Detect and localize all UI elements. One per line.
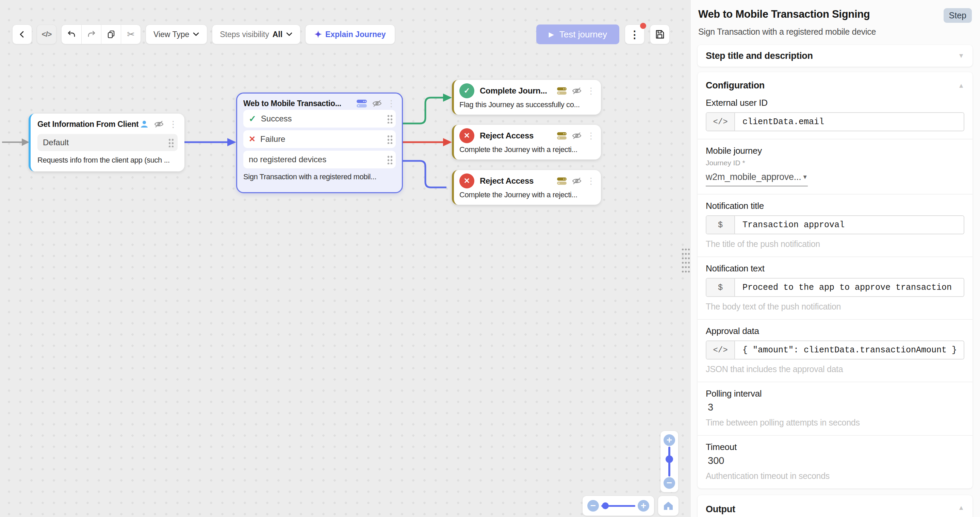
branch-no-registered-devices[interactable]: no registered devices: [243, 151, 396, 168]
undo-icon: [67, 30, 76, 39]
cut-button[interactable]: ✂: [121, 25, 140, 44]
node-title: Reject Access: [480, 131, 533, 141]
field-notification-text: Notification text $ Proceed to the app t…: [698, 257, 972, 319]
node-description: Complete the Journey with a rejecti...: [460, 190, 595, 199]
scissors-icon: ✂: [127, 29, 135, 40]
section-output[interactable]: Output ▲: [698, 495, 972, 517]
redo-button[interactable]: [81, 25, 101, 44]
canvas-toolbar-right: ▶ Test journey ⋮: [536, 24, 670, 44]
node-title: Web to Mobile Transactio...: [243, 99, 341, 108]
field-mobile-journey: Mobile journey Journey ID * w2m_mobile_a…: [698, 139, 972, 194]
explain-journey-button[interactable]: ✦ Explain Journey: [305, 24, 395, 44]
node-description: Complete the Journey with a rejecti...: [460, 145, 595, 154]
journey-id-select[interactable]: w2m_mobile_approve... ▼: [706, 169, 808, 186]
copy-button[interactable]: [101, 25, 121, 44]
section-step-title-and-description[interactable]: Step title and description ▼: [698, 45, 972, 67]
steps-visibility-label: Steps visibility: [220, 30, 269, 39]
error-circle-icon: ✕: [460, 173, 474, 189]
node-get-information-from-client[interactable]: Get Information From Client ⋮ Default Re…: [29, 114, 185, 171]
eye-off-icon[interactable]: [572, 176, 582, 186]
notification-text-input[interactable]: $ Proceed to the app to approve transact…: [706, 278, 964, 297]
horizontal-zoom-control: − +: [582, 496, 654, 515]
node-menu-icon[interactable]: ⋮: [587, 131, 595, 140]
back-button[interactable]: [12, 24, 32, 44]
timeout-value[interactable]: 300: [706, 455, 964, 466]
field-polling-interval: Polling interval 3 Time between polling …: [698, 382, 972, 435]
view-type-label: View Type: [153, 30, 189, 39]
zoom-slider-thumb[interactable]: [602, 503, 609, 509]
notification-title-input[interactable]: $ Transaction approval: [706, 215, 964, 234]
dollar-prefix-icon: $: [706, 216, 735, 234]
steps-visibility-dropdown[interactable]: Steps visibility All: [212, 24, 301, 44]
field-timeout: Timeout 300 Authentication timeout in se…: [698, 435, 972, 488]
redo-icon: [87, 30, 96, 39]
panel-resize-handle[interactable]: [681, 247, 690, 274]
node-title: Reject Access: [480, 176, 533, 186]
field-notification-title: Notification title $ Transaction approva…: [698, 194, 972, 257]
view-type-dropdown[interactable]: View Type: [146, 24, 207, 44]
toggles-icon: [557, 86, 567, 95]
drag-handle[interactable]: [387, 114, 392, 124]
zoom-out-button[interactable]: −: [663, 477, 675, 489]
branch-label: Failure: [260, 134, 285, 144]
person-icon: [140, 119, 149, 129]
collapse-up-icon[interactable]: ▲: [958, 504, 964, 512]
node-menu-icon[interactable]: ⋮: [169, 120, 178, 128]
field-approval-data: Approval data </> { "amount": clientData…: [698, 319, 972, 382]
field-help: The title of the push notification: [706, 239, 964, 249]
branch-label: Success: [261, 114, 292, 124]
node-description: Flag this Journey as successfully co...: [460, 100, 595, 109]
canvas-toolbar: </> ✂ View Type Steps visibility All: [12, 24, 395, 44]
field-help: The body text of the push notification: [706, 302, 964, 312]
test-journey-label: Test journey: [559, 29, 607, 40]
step-type-badge: Step: [943, 8, 972, 23]
save-button[interactable]: [650, 24, 670, 44]
more-menu-button[interactable]: ⋮: [625, 24, 644, 44]
eye-off-icon[interactable]: [372, 98, 382, 108]
collapse-up-icon[interactable]: ▲: [958, 82, 964, 89]
drag-handle[interactable]: [387, 155, 392, 164]
zoom-slider[interactable]: [668, 447, 670, 477]
node-menu-icon[interactable]: ⋮: [387, 99, 396, 108]
test-journey-button[interactable]: ▶ Test journey: [536, 24, 619, 44]
node-web-to-mobile-transaction[interactable]: Web to Mobile Transactio... ⋮ ✓ Success …: [236, 92, 403, 193]
node-menu-icon[interactable]: ⋮: [587, 86, 595, 95]
zoom-in-button[interactable]: +: [638, 500, 649, 512]
drag-handle[interactable]: [387, 134, 392, 144]
approval-data-input[interactable]: </> { "amount": clientData.transactionAm…: [706, 341, 964, 360]
zoom-slider-thumb[interactable]: [666, 455, 673, 463]
zoom-out-button[interactable]: −: [587, 500, 599, 512]
toggles-icon: [557, 176, 567, 186]
branch-success[interactable]: ✓ Success: [243, 110, 396, 128]
node-reject-access-2[interactable]: ✕ Reject Access ⋮ Complete the Journey w…: [452, 170, 601, 205]
zoom-slider[interactable]: [601, 505, 635, 507]
journey-canvas[interactable]: </> ✂ View Type Steps visibility All: [0, 0, 691, 517]
field-external-user-id: External user ID </> clientData.email: [698, 97, 972, 139]
success-circle-icon: ✓: [460, 83, 474, 98]
collapse-down-icon[interactable]: ▼: [958, 52, 964, 60]
vertical-zoom-control: + −: [660, 431, 678, 492]
sparkle-icon: ✦: [314, 29, 322, 40]
polling-interval-value[interactable]: 3: [706, 402, 964, 413]
branch-default[interactable]: Default: [37, 134, 178, 151]
undo-button[interactable]: [62, 25, 81, 44]
edit-actions-group: ✂: [61, 24, 141, 44]
node-menu-icon[interactable]: ⋮: [587, 176, 595, 186]
panel-subtitle: Sign Transaction with a registered mobil…: [698, 27, 972, 37]
branch-label: no registered devices: [249, 155, 326, 164]
fit-view-button[interactable]: [658, 496, 679, 515]
step-details-panel: Web to Mobile Transaction Signing Step S…: [691, 0, 980, 517]
eye-off-icon[interactable]: [572, 86, 582, 96]
configuration-header[interactable]: Configuration ▲: [698, 72, 972, 97]
external-user-id-input[interactable]: </> clientData.email: [706, 112, 964, 131]
node-complete-journey[interactable]: ✓ Complete Journ... ⋮ Flag this Journey …: [452, 80, 601, 115]
drag-handle[interactable]: [168, 138, 173, 147]
code-view-button[interactable]: </>: [37, 24, 56, 44]
field-help: Time between polling attempts in seconds: [706, 418, 964, 428]
branch-failure[interactable]: ✕ Failure: [243, 130, 396, 148]
eye-off-icon[interactable]: [154, 119, 164, 129]
node-reject-access-1[interactable]: ✕ Reject Access ⋮ Complete the Journey w…: [452, 125, 601, 160]
error-circle-icon: ✕: [460, 128, 474, 143]
eye-off-icon[interactable]: [572, 131, 582, 141]
zoom-in-button[interactable]: +: [663, 435, 675, 446]
